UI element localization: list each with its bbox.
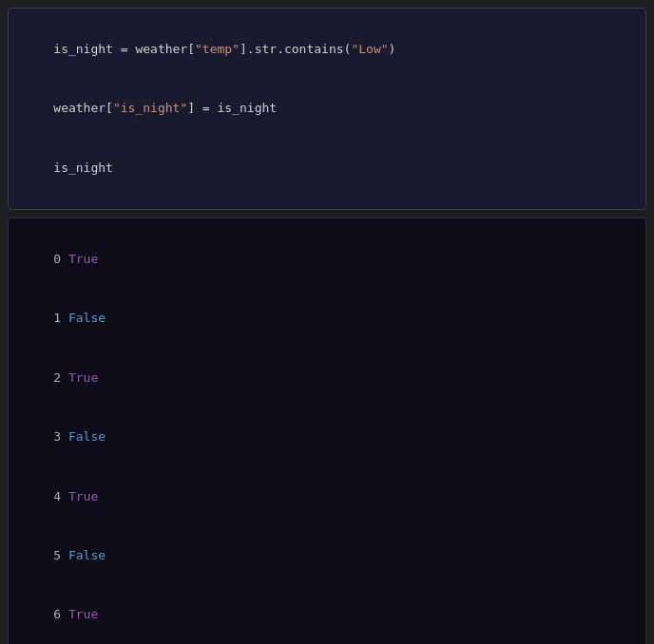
row-value: True [68,489,98,503]
code-text: ] = is_night [187,101,277,115]
code-text: ].str.contains( [240,42,351,56]
output-row-3: 3 False [24,407,630,466]
row-value: True [68,370,98,385]
row-value: False [68,548,106,562]
code-string: "is_night" [113,101,187,115]
output-row-4: 4 True [24,467,630,526]
code-block-1: is_night = weather["temp"].str.contains(… [8,8,646,210]
code-text: is_night = weather[ [53,42,195,56]
row-index: 4 [53,489,68,503]
output-row-5: 5 False [24,526,630,585]
row-index: 6 [53,607,68,621]
row-index: 0 [53,252,68,266]
code-string: "Low" [351,42,388,56]
row-value: False [68,429,106,444]
code-line-2: weather["is_night"] = is_night [24,79,630,138]
row-value: False [68,311,106,325]
code-line-1: is_night = weather["temp"].str.contains(… [24,20,630,79]
row-index: 5 [53,548,68,562]
code-text: ) [389,42,396,56]
output-row-2: 2 True [24,349,630,407]
row-value: True [68,607,98,621]
output-row-0: 0 True [24,230,630,289]
code-text: weather[ [53,101,113,115]
code-text: is_night [53,161,113,175]
row-index: 1 [53,311,68,325]
code-line-3: is_night [24,139,630,198]
output-row-1: 1 False [24,290,630,349]
row-index: 3 [53,429,68,444]
output-block-1: 0 True 1 False 2 True 3 False 4 True 5 F… [8,218,646,644]
code-string: "temp" [195,42,240,56]
output-row-6: 6 True [24,586,630,644]
row-value: True [68,252,98,266]
row-index: 2 [53,370,68,385]
